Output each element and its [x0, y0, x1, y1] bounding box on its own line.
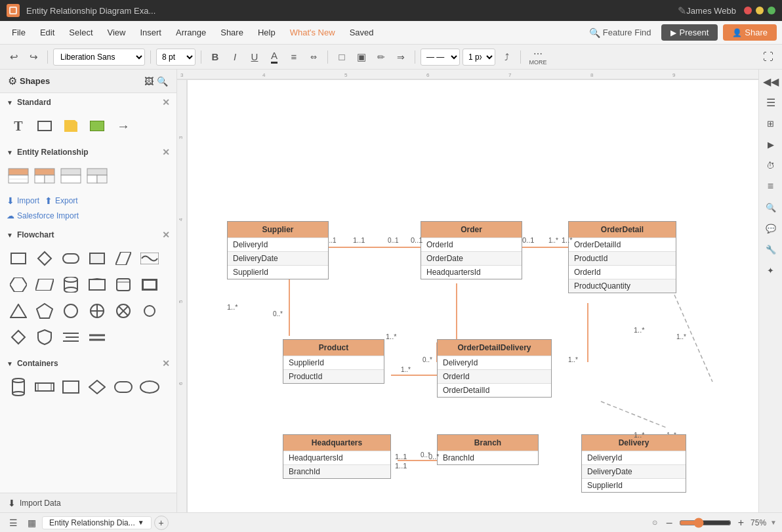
- right-btn-comments[interactable]: 💬: [762, 219, 780, 237]
- fc-sm-circle[interactable]: [138, 299, 161, 323]
- er-shape-4[interactable]: [85, 164, 109, 188]
- zoom-dropdown-icon[interactable]: ▼: [770, 519, 777, 526]
- fc-diamond[interactable]: [33, 247, 56, 270]
- align-btn[interactable]: ≡: [285, 49, 302, 66]
- fullscreen-btn[interactable]: ⛶: [760, 49, 777, 66]
- entity-branch[interactable]: Branch BranchId: [437, 434, 539, 465]
- ct-rect[interactable]: [59, 375, 83, 399]
- salesforce-btn[interactable]: ☁ Salesforce Import: [7, 211, 170, 220]
- export-btn[interactable]: ⬆ Export: [45, 195, 78, 206]
- right-btn-timer[interactable]: ⏱: [762, 156, 780, 174]
- fc-equals[interactable]: [85, 325, 109, 349]
- flowchart-section-header[interactable]: ▼ Flowchart ✕: [0, 226, 176, 244]
- ct-rounded[interactable]: [112, 375, 135, 399]
- fc-x-circle[interactable]: [112, 299, 135, 323]
- standard-section-header[interactable]: ▼ Standard ✕: [0, 93, 176, 112]
- minimize-window-btn[interactable]: [756, 7, 764, 14]
- fc-flag[interactable]: [112, 247, 135, 270]
- present-button[interactable]: ▶ Present: [661, 24, 718, 41]
- list-view-icon[interactable]: ☰: [5, 515, 21, 531]
- green-rect-shape[interactable]: [85, 114, 109, 138]
- share-button[interactable]: 👤 Share: [723, 24, 777, 41]
- fc-scroll[interactable]: [112, 273, 135, 297]
- right-btn-present[interactable]: ▶: [762, 135, 780, 153]
- entity-product[interactable]: Product SupplierId ProductId: [283, 339, 384, 384]
- fc-diamond2[interactable]: [7, 325, 30, 349]
- menu-file[interactable]: File: [5, 25, 32, 40]
- fc-circle[interactable]: [59, 299, 83, 323]
- font-selector[interactable]: Liberation Sans: [53, 49, 145, 66]
- fc-rect3[interactable]: [138, 273, 161, 297]
- menu-edit[interactable]: Edit: [33, 25, 61, 40]
- zoom-out-btn[interactable]: –: [664, 516, 675, 530]
- font-size-selector[interactable]: 8 pt: [156, 49, 196, 66]
- canvas-content[interactable]: 0..* 1..* 1..1 0..1 0..1 1..* 0..* 1..*: [188, 80, 758, 512]
- er-shape-3[interactable]: [59, 164, 83, 188]
- fc-hex[interactable]: [7, 273, 30, 297]
- flowchart-close-icon[interactable]: ✕: [162, 230, 170, 240]
- tab-dropdown-icon[interactable]: ▼: [138, 519, 144, 526]
- ct-diamond[interactable]: [85, 375, 109, 399]
- fc-rect[interactable]: [7, 247, 30, 270]
- bold-btn[interactable]: B: [207, 49, 224, 66]
- standard-close-icon[interactable]: ✕: [162, 97, 170, 108]
- ct-cylinder[interactable]: [7, 375, 30, 399]
- ct-banner[interactable]: [33, 375, 56, 399]
- fc-pentagon[interactable]: [33, 299, 56, 323]
- active-tab[interactable]: Entity Relationship Dia... ▼: [42, 516, 152, 529]
- menu-help[interactable]: Help: [251, 25, 282, 40]
- sidebar-search-icon[interactable]: 🔍: [155, 75, 169, 88]
- right-btn-layers[interactable]: ⊞: [762, 114, 780, 133]
- entity-supplier[interactable]: Supplier DeliveryId DeliveryDate Supplie…: [227, 221, 329, 279]
- font-color-btn[interactable]: A: [266, 49, 283, 66]
- containers-section-header[interactable]: ▼ Containers ✕: [0, 354, 176, 373]
- fc-tape[interactable]: [85, 273, 109, 297]
- menu-saved[interactable]: Saved: [343, 25, 381, 40]
- feature-find-btn[interactable]: 🔍 Feature Find: [584, 25, 657, 41]
- text-dir-btn[interactable]: ⇔: [305, 49, 322, 66]
- connector-style-btn[interactable]: ⤴: [498, 49, 515, 66]
- close-window-btn[interactable]: [744, 7, 752, 14]
- line-color-btn[interactable]: ✏: [373, 49, 390, 66]
- entity-order[interactable]: Order OrderId OrderDate HeadquartersId: [421, 221, 522, 279]
- entity-delivery[interactable]: Delivery DeliveryId DeliveryDate Supplie…: [581, 434, 686, 493]
- menu-whats-new[interactable]: What's New: [283, 25, 342, 40]
- fc-shield[interactable]: [33, 325, 56, 349]
- er-section-header[interactable]: ▼ Entity Relationship ✕: [0, 143, 176, 161]
- menu-share[interactable]: Share: [214, 25, 250, 40]
- containers-close-icon[interactable]: ✕: [162, 358, 170, 369]
- underline-btn[interactable]: U: [246, 49, 263, 66]
- fc-crosshair[interactable]: [85, 299, 109, 323]
- import-btn[interactable]: ⬇ Import: [7, 195, 39, 206]
- menu-insert[interactable]: Insert: [133, 25, 168, 40]
- undo-btn[interactable]: ↩: [5, 49, 22, 66]
- ct-ellipse[interactable]: [138, 375, 161, 399]
- arrow-shape[interactable]: →: [112, 114, 135, 138]
- right-btn-plugins[interactable]: 🔧: [762, 240, 780, 258]
- note-shape[interactable]: [59, 114, 83, 138]
- fc-rounded[interactable]: [59, 247, 83, 270]
- fill-color-btn[interactable]: □: [333, 49, 350, 66]
- menu-arrange[interactable]: Arrange: [169, 25, 213, 40]
- menu-view[interactable]: View: [101, 25, 133, 40]
- text-shape[interactable]: T: [7, 114, 30, 138]
- entity-odd[interactable]: OrderDetailDelivery DeliveryId OrderId O…: [437, 339, 552, 398]
- grid-view-icon[interactable]: ▦: [24, 515, 39, 531]
- fc-triangle[interactable]: [7, 299, 30, 323]
- right-btn-extras[interactable]: ✦: [762, 261, 780, 279]
- menu-select[interactable]: Select: [62, 25, 99, 40]
- connection-btn[interactable]: ⇒: [392, 49, 409, 66]
- er-shape-2[interactable]: [33, 164, 56, 188]
- er-close-icon[interactable]: ✕: [162, 147, 170, 157]
- redo-btn[interactable]: ↪: [25, 49, 42, 66]
- fc-cylinder[interactable]: [59, 273, 83, 297]
- zoom-slider[interactable]: [679, 518, 731, 528]
- rect-shape[interactable]: [33, 114, 56, 138]
- fc-rect2[interactable]: [85, 247, 109, 270]
- right-btn-pages[interactable]: ☰: [762, 93, 780, 112]
- right-btn-expand[interactable]: ◀◀: [762, 72, 780, 91]
- fc-paral[interactable]: [33, 273, 56, 297]
- canvas-area[interactable]: 3 4 5 6 7 8 9 3 4 5 6: [177, 70, 758, 512]
- import-data-bar[interactable]: ⬇ Import Data: [0, 493, 176, 512]
- fc-lines[interactable]: [59, 325, 83, 349]
